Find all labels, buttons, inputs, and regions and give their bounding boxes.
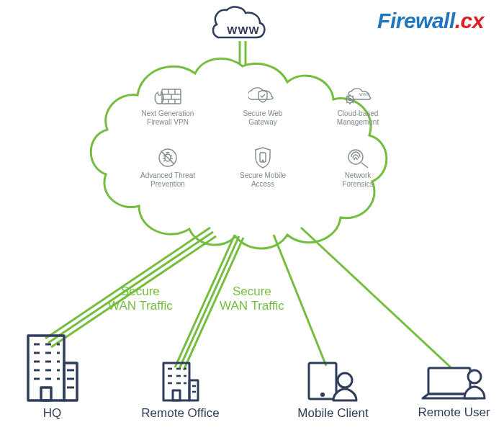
feature-label: Network Forensics <box>342 171 373 189</box>
endpoint-label: HQ <box>43 406 62 421</box>
feature-sma: Secure Mobile Access <box>225 147 301 189</box>
feature-label: Next Generation Firewall VPN <box>142 109 194 127</box>
mobile-shield-icon <box>248 147 277 169</box>
brand-left: Firewall <box>377 9 455 32</box>
svg-line-27 <box>346 102 348 104</box>
endpoint-label: Mobile Client <box>297 406 368 421</box>
svg-rect-64 <box>189 380 198 400</box>
feature-swg: Secure Web Gateway <box>225 85 301 127</box>
feature-atp: Advanced Threat Prevention <box>130 147 206 189</box>
feature-mgmt: WWW Cloud-based Management <box>320 85 396 127</box>
feature-forensics: Network Forensics <box>320 147 396 189</box>
svg-line-32 <box>163 156 166 156</box>
svg-line-41 <box>361 163 368 168</box>
svg-line-2 <box>45 228 210 338</box>
svg-rect-76 <box>173 390 180 400</box>
office-building-icon <box>24 331 81 403</box>
cloud-features: Next Generation Firewall VPN Secure Web … <box>130 85 396 189</box>
svg-line-33 <box>171 156 173 156</box>
internet-label: WWW <box>218 24 269 36</box>
shield-cloud-icon <box>248 85 277 107</box>
cloud-feature-row-1: Next Generation Firewall VPN Secure Web … <box>130 85 396 127</box>
svg-point-81 <box>468 370 481 383</box>
diagram-root: Firewall.cx WWW <box>0 0 504 435</box>
secure-wan-label-right: Secure WAN Traffic <box>220 284 284 313</box>
endpoint-mobile-client: Mobile Client <box>292 360 374 421</box>
svg-line-30 <box>161 151 174 164</box>
svg-rect-43 <box>64 363 77 400</box>
svg-line-28 <box>353 96 354 97</box>
brand-right: .cx <box>455 9 484 32</box>
svg-line-36 <box>163 160 166 161</box>
svg-rect-62 <box>41 387 51 400</box>
secure-wan-label-left: Secure WAN Traffic <box>108 284 173 313</box>
endpoint-label: Remote User <box>418 405 490 420</box>
svg-line-37 <box>170 160 172 161</box>
svg-point-79 <box>338 373 352 387</box>
endpoint-remote-office: Remote Office <box>143 360 218 421</box>
brand-logo: Firewall.cx <box>377 9 484 33</box>
cloud-feature-row-2: Advanced Threat Prevention Secure Mobile… <box>130 147 396 189</box>
feature-label: Secure Mobile Access <box>240 171 286 189</box>
tablet-user-icon <box>305 360 362 403</box>
no-bug-icon <box>153 147 182 169</box>
svg-rect-80 <box>428 368 470 394</box>
svg-point-20 <box>349 99 351 101</box>
svg-line-9 <box>301 228 451 367</box>
feature-label: Secure Web Gateway <box>243 109 283 127</box>
gear-cloud-icon: WWW <box>343 85 372 107</box>
small-building-icon <box>161 360 201 403</box>
firewall-icon <box>153 85 182 107</box>
feature-ngfw: Next Generation Firewall VPN <box>130 85 206 127</box>
svg-point-78 <box>321 394 323 396</box>
feature-label: Advanced Threat Prevention <box>140 171 195 189</box>
feature-label: Cloud-based Management <box>337 109 379 127</box>
svg-line-25 <box>346 96 348 97</box>
endpoint-hq: HQ <box>14 331 90 421</box>
endpoint-label: Remote Office <box>141 406 219 421</box>
svg-text:WWW: WWW <box>359 92 369 97</box>
svg-line-26 <box>353 102 354 104</box>
svg-point-39 <box>262 160 264 161</box>
fingerprint-icon <box>343 147 372 169</box>
laptop-user-icon <box>420 364 489 403</box>
endpoint-remote-user: Remote User <box>416 364 492 420</box>
